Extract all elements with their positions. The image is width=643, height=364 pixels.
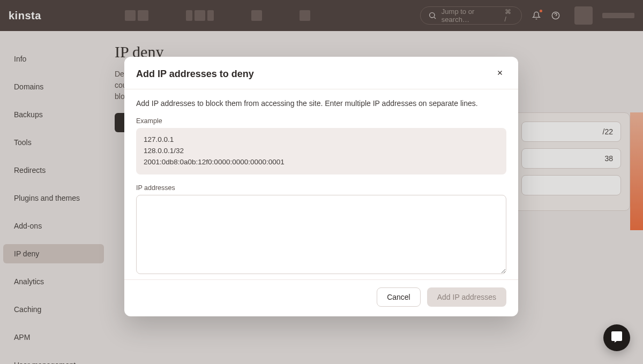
add-ip-addresses-button[interactable]: Add IP addresses [427, 287, 506, 307]
chat-fab[interactable] [603, 324, 630, 351]
add-ip-modal: Add IP addresses to deny Add IP addresse… [124, 57, 518, 316]
close-button[interactable] [494, 67, 506, 80]
close-icon [496, 69, 504, 79]
ip-addresses-textarea[interactable] [136, 195, 506, 274]
modal-header: Add IP addresses to deny [124, 57, 518, 89]
cancel-button[interactable]: Cancel [377, 287, 421, 307]
chat-icon [610, 330, 623, 345]
example-box: 127.0.0.1 128.0.0.1/32 2001:0db8:0a0b:12… [136, 128, 506, 175]
ip-addresses-label: IP addresses [136, 184, 506, 192]
modal-body: Add IP addresses to block them from acce… [124, 89, 518, 279]
modal-title: Add IP addresses to deny [136, 69, 254, 80]
modal-footer: Cancel Add IP addresses [124, 279, 518, 316]
modal-instruction: Add IP addresses to block them from acce… [136, 99, 506, 108]
cancel-button-label: Cancel [387, 293, 410, 301]
example-label: Example [136, 117, 506, 125]
submit-button-label: Add IP addresses [437, 293, 496, 301]
